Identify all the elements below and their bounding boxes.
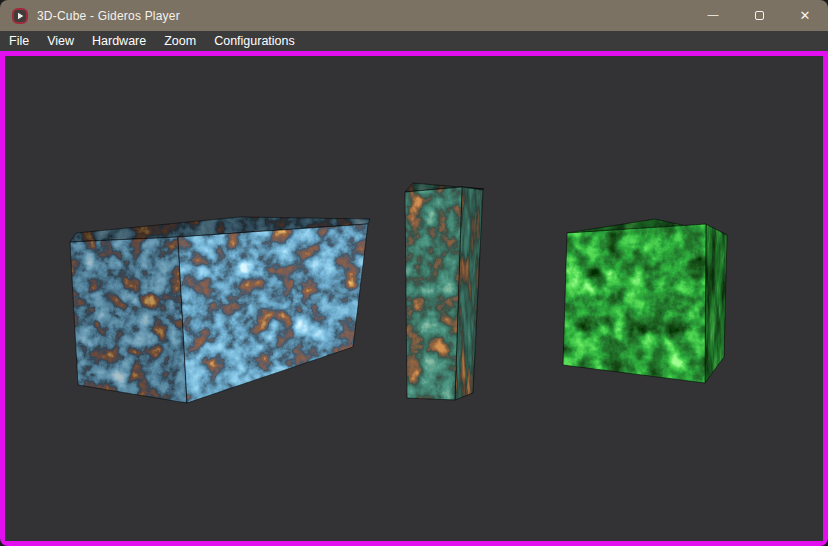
maximize-button[interactable] [736,0,782,31]
close-icon: ✕ [800,9,811,22]
player-viewport[interactable] [0,51,828,546]
titlebar[interactable]: 3D-Cube - Gideros Player — ✕ [0,0,828,31]
menu-zoom[interactable]: Zoom [155,31,205,51]
menu-configurations[interactable]: Configurations [205,31,304,51]
gideros-player-window: 3D-Cube - Gideros Player — ✕ File View H… [0,0,828,546]
scene-svg [5,56,823,541]
window-controls: — ✕ [690,0,828,31]
maximize-icon [755,11,764,20]
dark-green-column-front-face-shading [405,187,462,400]
window-title: 3D-Cube - Gideros Player [37,9,180,23]
menu-hardware[interactable]: Hardware [83,31,155,51]
dark-green-column [405,183,484,400]
gideros-player-icon [12,8,28,24]
minimize-button[interactable]: — [690,0,736,31]
blue-rock-box-left-face-shading [70,237,187,403]
menu-file[interactable]: File [0,31,38,51]
minimize-icon: — [708,9,719,20]
blue-rock-box-front-face-shading [178,224,368,403]
menubar: File View Hardware Zoom Configurations [0,31,828,51]
menu-view[interactable]: View [38,31,83,51]
green-rock-cube-right-face-shading [705,224,727,383]
green-rock-cube-front-face-shading [563,224,706,383]
close-button[interactable]: ✕ [782,0,828,31]
blue-rock-box [70,217,370,403]
green-rock-cube [563,219,727,383]
